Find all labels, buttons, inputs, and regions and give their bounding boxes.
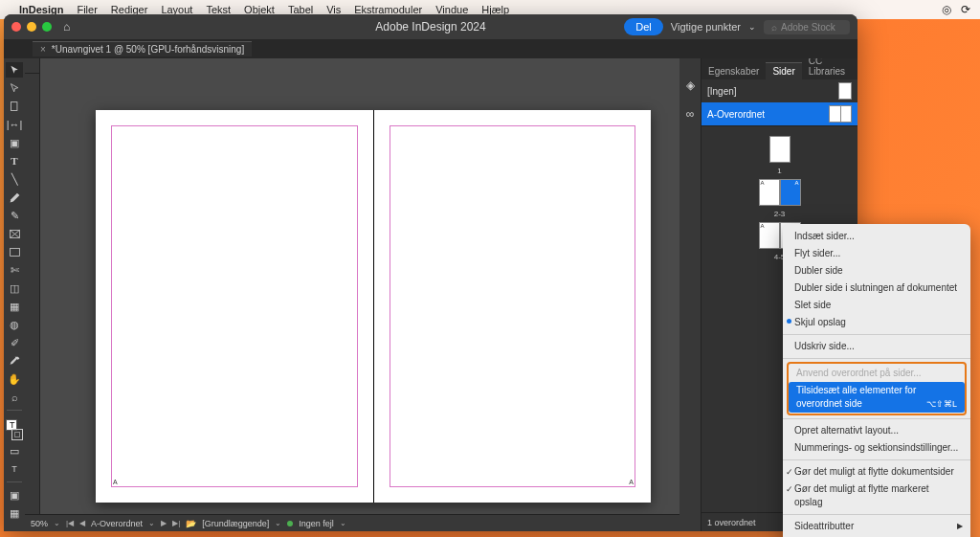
master-thumb-icon xyxy=(838,82,852,100)
pages-context-menu: Indsæt sider... Flyt sider... Dubler sid… xyxy=(783,224,970,537)
content-collector-tool[interactable]: ▣ xyxy=(6,135,23,150)
document-tab-label: *Unavngivet 1 @ 50% [GPU-forhåndsvisning… xyxy=(52,44,244,55)
page-left[interactable]: A xyxy=(96,110,373,503)
document-tabs: × *Unavngivet 1 @ 50% [GPU-forhåndsvisni… xyxy=(4,39,858,58)
submenu-arrow-icon: ▶ xyxy=(957,520,963,533)
window-title: Adobe InDesign 2024 xyxy=(4,20,858,34)
master-label: A-Overordnet xyxy=(707,109,765,120)
scissors-tool[interactable]: ✄ xyxy=(6,262,23,278)
ctx-separator xyxy=(783,334,970,335)
selection-tool[interactable] xyxy=(6,62,23,78)
page-right[interactable]: A xyxy=(373,110,651,503)
ctx-allow-selected-shuffle[interactable]: ✓Gør det muligt at flytte markeret opsla… xyxy=(783,481,970,511)
close-tab-icon[interactable]: × xyxy=(40,44,46,55)
zoom-tool[interactable]: ⌕ xyxy=(6,390,23,405)
panel-tabs: Egenskaber Sider CC Libraries ≡ xyxy=(702,58,858,79)
page-nav-prev[interactable]: ◀ xyxy=(79,519,85,527)
ctx-allow-doc-shuffle[interactable]: ✓Gør det muligt at flytte dokumentsider xyxy=(783,463,970,481)
pencil-tool[interactable]: ✎ xyxy=(6,208,23,223)
type-tool[interactable]: T xyxy=(6,153,23,168)
free-transform-tool[interactable]: ◫ xyxy=(6,280,23,296)
layers-panel-icon[interactable]: ◈ xyxy=(682,78,698,93)
page-spread[interactable]: A A xyxy=(96,110,651,503)
page-indicator[interactable]: A-Overordnet xyxy=(91,519,143,528)
gradient-feather-tool[interactable]: ◍ xyxy=(6,317,23,332)
rectangle-tool[interactable] xyxy=(6,244,23,259)
ctx-move-pages[interactable]: Flyt sider... xyxy=(783,245,970,262)
page-label: 2-3 xyxy=(774,210,786,218)
ctx-duplicate-end[interactable]: Dubler side i slutningen af dokumentet xyxy=(783,280,970,297)
page-corner-marker: A xyxy=(113,479,118,485)
svg-rect-2 xyxy=(10,248,19,256)
ctx-hide-spread[interactable]: Skjul opslag xyxy=(783,314,970,331)
ctx-apply-master: Anvend overordnet på sider... xyxy=(789,365,965,382)
page-corner-marker: A xyxy=(629,479,634,485)
sys-icon-1[interactable]: ◎ xyxy=(942,3,951,16)
eyedropper-tool[interactable] xyxy=(6,353,23,369)
vertical-ruler[interactable] xyxy=(25,74,40,514)
check-icon: ✓ xyxy=(786,482,793,496)
ctx-separator xyxy=(783,459,970,460)
preflight-errors[interactable]: Ingen fejl xyxy=(299,519,334,528)
panel-dock: ◈ ∞ xyxy=(679,58,701,531)
fill-stroke-swatches[interactable]: T xyxy=(6,419,23,440)
page-tool[interactable] xyxy=(6,99,23,114)
open-file-icon[interactable]: 📂 xyxy=(186,519,196,528)
note-tool[interactable]: ✐ xyxy=(6,335,23,350)
screen-mode-normal[interactable]: ▣ xyxy=(6,487,23,503)
zoom-level[interactable]: 50% xyxy=(31,519,48,528)
sys-icon-2[interactable]: ⟳ xyxy=(961,3,970,16)
master-pages-section: [Ingen] A-Overordnet xyxy=(702,79,858,126)
canvas-area: 2002040608010012014016018020022024026028… xyxy=(25,58,679,531)
footer-status: 1 overordnet xyxy=(707,518,756,527)
master-a-overordnet[interactable]: A-Overordnet xyxy=(702,102,858,125)
page-thumb-2-3[interactable]: A A xyxy=(759,179,801,206)
margin-guide xyxy=(111,125,358,487)
tab-egenskaber[interactable]: Egenskaber xyxy=(702,63,766,79)
zoom-dropdown-icon[interactable]: ⌄ xyxy=(54,519,60,527)
ctx-numbering-sections[interactable]: Nummerings- og sektionsindstillinger... xyxy=(783,439,970,457)
check-icon: ✓ xyxy=(786,465,793,479)
gradient-swatch-tool[interactable]: ▦ xyxy=(6,299,23,314)
page-nav-last[interactable]: ▶| xyxy=(172,519,180,527)
direct-selection-tool[interactable] xyxy=(6,80,23,96)
ctx-separator xyxy=(783,514,970,515)
master-thumb-icon xyxy=(829,105,852,123)
svg-rect-0 xyxy=(11,101,17,110)
ctx-duplicate-page[interactable]: Dubler side xyxy=(783,262,970,280)
margin-guide xyxy=(390,125,635,487)
ctx-alt-layout[interactable]: Opret alternativt layout... xyxy=(783,422,970,439)
master-label: [Ingen] xyxy=(707,86,737,97)
formatting-container-icon[interactable]: ▭ xyxy=(6,443,23,459)
screen-mode-preview[interactable]: ▦ xyxy=(6,505,23,521)
line-tool[interactable]: ╲ xyxy=(6,171,23,187)
tab-cc-libraries[interactable]: CC Libraries xyxy=(802,58,852,79)
ctx-separator xyxy=(783,418,970,419)
hand-tool[interactable]: ✋ xyxy=(6,371,23,387)
ctx-delete-page[interactable]: Slet side xyxy=(783,297,970,314)
page-label: 1 xyxy=(777,167,781,175)
panel-menu-icon[interactable]: ≡ xyxy=(852,63,858,79)
ctx-insert-pages[interactable]: Indsæt sider... xyxy=(783,228,970,245)
ctx-override-master-items[interactable]: Tilsidesæt alle elementer for overordnet… xyxy=(789,382,965,413)
formatting-text-icon[interactable]: T xyxy=(6,461,23,477)
gap-tool[interactable]: |↔| xyxy=(6,117,23,132)
pen-tool[interactable] xyxy=(6,190,23,205)
links-panel-icon[interactable]: ∞ xyxy=(682,106,698,122)
shortcut-label: ⌥⇧⌘L xyxy=(926,397,957,411)
page-thumb-1[interactable] xyxy=(769,136,791,163)
preflight-profile[interactable]: [Grundlæggende] xyxy=(202,519,269,528)
page-nav-first[interactable]: |◀ xyxy=(66,519,74,527)
ctx-page-attributes[interactable]: Sideattributter▶ xyxy=(783,518,970,535)
tab-sider[interactable]: Sider xyxy=(766,62,801,79)
ctx-print-page[interactable]: Udskriv side... xyxy=(783,338,970,355)
page-nav-next[interactable]: ▶ xyxy=(161,519,167,527)
rectangle-frame-tool[interactable] xyxy=(6,226,23,241)
status-bar: 50% ⌄ |◀ ◀ A-Overordnet ⌄ ▶ ▶| 📂 [Grundl… xyxy=(25,514,679,531)
master-none[interactable]: [Ingen] xyxy=(702,79,858,102)
artboard[interactable]: A A xyxy=(40,74,679,514)
document-tab[interactable]: × *Unavngivet 1 @ 50% [GPU-forhåndsvisni… xyxy=(33,41,252,56)
preflight-status-icon xyxy=(287,521,293,526)
ctx-separator xyxy=(783,358,970,359)
page-dropdown-icon[interactable]: ⌄ xyxy=(148,519,155,527)
